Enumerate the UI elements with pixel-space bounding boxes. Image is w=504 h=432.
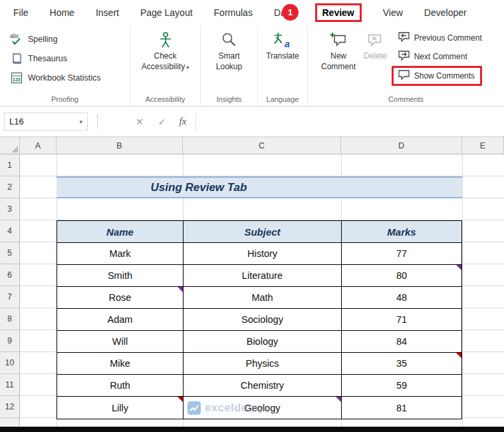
column-header-c[interactable]: C: [183, 137, 341, 154]
gridline: [462, 154, 463, 427]
check-accessibility-button[interactable]: Check Accessibility▾: [142, 25, 189, 106]
row-header-2[interactable]: 2: [0, 176, 19, 198]
cell-marks[interactable]: 77: [342, 243, 461, 265]
new-comment-icon: [330, 29, 347, 51]
row-header-3[interactable]: 3: [0, 198, 19, 220]
comment-indicator: [178, 287, 183, 292]
cell-marks[interactable]: 71: [342, 309, 461, 331]
table-row: Lilly Geology 81: [57, 397, 461, 419]
group-label-proofing: Proofing: [0, 95, 130, 103]
column-header-a[interactable]: A: [20, 137, 57, 154]
row-header-4[interactable]: 4: [0, 220, 19, 242]
row-header-11[interactable]: 11: [0, 374, 19, 396]
cell-name[interactable]: Rose: [57, 287, 184, 309]
formula-bar: L16 ▾ ✕ ✓ fx: [0, 107, 504, 137]
sheet-title-cell[interactable]: Using Review Tab: [57, 176, 462, 198]
row-header-6[interactable]: 6: [0, 264, 19, 286]
show-comments-button[interactable]: Show Comments: [398, 69, 476, 83]
cell-marks[interactable]: 35: [342, 353, 461, 375]
chevron-down-icon: ▾: [186, 65, 189, 71]
tab-data[interactable]: Data 1: [274, 7, 294, 18]
row-header-1[interactable]: 1: [0, 154, 19, 176]
spelling-icon: abc: [9, 33, 24, 46]
thesaurus-button[interactable]: Thesaurus: [9, 50, 130, 67]
translate-label: Translate: [266, 51, 299, 61]
cell-value: Rose: [109, 292, 132, 303]
cell-name[interactable]: Mike: [57, 353, 184, 375]
row-header-8[interactable]: 8: [0, 308, 19, 330]
cell-subject[interactable]: History: [184, 243, 342, 265]
smart-lookup-icon: [221, 29, 238, 51]
previous-comment-label: Previous Comment: [414, 33, 482, 43]
cell-subject[interactable]: Math: [184, 287, 342, 309]
tab-page-layout[interactable]: Page Layout: [140, 7, 193, 18]
smart-lookup-label-1: Smart: [218, 51, 239, 61]
cell-name[interactable]: Lilly: [57, 397, 184, 419]
tab-file[interactable]: File: [13, 7, 29, 18]
cell-marks[interactable]: 59: [342, 375, 461, 397]
group-label-accessibility: Accessibility: [130, 95, 200, 103]
group-insights: Smart Lookup Insights: [201, 25, 258, 106]
cell-name[interactable]: Ruth: [57, 375, 184, 397]
formula-bar-separator: [97, 115, 98, 128]
cell-marks[interactable]: 81: [342, 397, 461, 419]
cell-subject[interactable]: Biology: [184, 331, 342, 353]
formula-input[interactable]: [196, 107, 504, 136]
row-header-12[interactable]: 12: [0, 396, 19, 418]
cell-subject[interactable]: Literature: [184, 265, 342, 287]
row-header-7[interactable]: 7: [0, 286, 19, 308]
row-header-9[interactable]: 9: [0, 330, 19, 352]
previous-comment-icon: [398, 31, 410, 45]
group-accessibility: Check Accessibility▾ Accessibility: [130, 25, 201, 106]
table-row: Ruth Chemistry 59: [57, 375, 461, 397]
cell-name[interactable]: Adam: [57, 309, 184, 331]
table-row: Mark History 77: [57, 243, 461, 265]
tab-home[interactable]: Home: [50, 7, 74, 18]
tab-view[interactable]: View: [383, 7, 403, 18]
group-language: a Translate Language: [258, 25, 308, 106]
column-header-e[interactable]: E: [462, 137, 504, 154]
name-box[interactable]: L16 ▾: [4, 112, 88, 130]
next-comment-button[interactable]: Next Comment: [398, 50, 482, 63]
row-header-5[interactable]: 5: [0, 242, 19, 264]
new-comment-button[interactable]: New Comment: [321, 25, 356, 106]
table-header-subject[interactable]: Subject: [184, 221, 342, 243]
cell-name[interactable]: Will: [57, 331, 184, 353]
cell-subject[interactable]: Physics: [184, 353, 342, 375]
table-header-name[interactable]: Name: [57, 221, 184, 243]
name-box-dropdown-icon[interactable]: ▾: [79, 118, 82, 125]
tab-insert[interactable]: Insert: [96, 7, 119, 18]
comment-indicator: [336, 397, 341, 402]
spelling-button[interactable]: abc Spelling: [9, 31, 130, 48]
table-header-marks[interactable]: Marks: [342, 221, 461, 243]
check-accessibility-icon: [157, 29, 174, 51]
tab-review[interactable]: Review: [315, 3, 362, 22]
spreadsheet-grid[interactable]: Using Review Tab Name Subject Marks Mark…: [20, 154, 504, 427]
select-all-corner[interactable]: [0, 137, 20, 154]
smart-lookup-button[interactable]: Smart Lookup: [216, 25, 242, 106]
table-header-row: Name Subject Marks: [57, 221, 461, 243]
tab-developer[interactable]: Developer: [424, 7, 467, 18]
cell-marks[interactable]: 84: [342, 331, 461, 353]
cell-subject[interactable]: Geology: [184, 397, 342, 419]
row-header-10[interactable]: 10: [0, 352, 19, 374]
cancel-icon[interactable]: ✕: [136, 116, 144, 127]
translate-button[interactable]: a Translate: [266, 25, 299, 106]
cell-subject[interactable]: Sociology: [184, 309, 342, 331]
cell-marks[interactable]: 48: [342, 287, 461, 309]
cell-marks[interactable]: 80: [342, 265, 461, 287]
cell-name[interactable]: Mark: [57, 243, 184, 265]
column-header-d[interactable]: D: [341, 137, 462, 154]
show-comments-icon: [398, 69, 410, 83]
table-row: Rose Math 48: [57, 287, 461, 309]
enter-icon[interactable]: ✓: [158, 116, 166, 127]
cell-subject[interactable]: Chemistry: [184, 375, 342, 397]
cell-name[interactable]: Smith: [57, 265, 184, 287]
column-header-b[interactable]: B: [57, 137, 183, 154]
delete-comment-button[interactable]: Delete: [364, 25, 387, 106]
tab-formulas[interactable]: Formulas: [214, 7, 253, 18]
svg-text:abc: abc: [10, 33, 19, 39]
insert-function-button[interactable]: fx: [179, 116, 186, 127]
previous-comment-button[interactable]: Previous Comment: [398, 31, 482, 45]
workbook-statistics-button[interactable]: 123 Workbook Statistics: [9, 69, 130, 87]
